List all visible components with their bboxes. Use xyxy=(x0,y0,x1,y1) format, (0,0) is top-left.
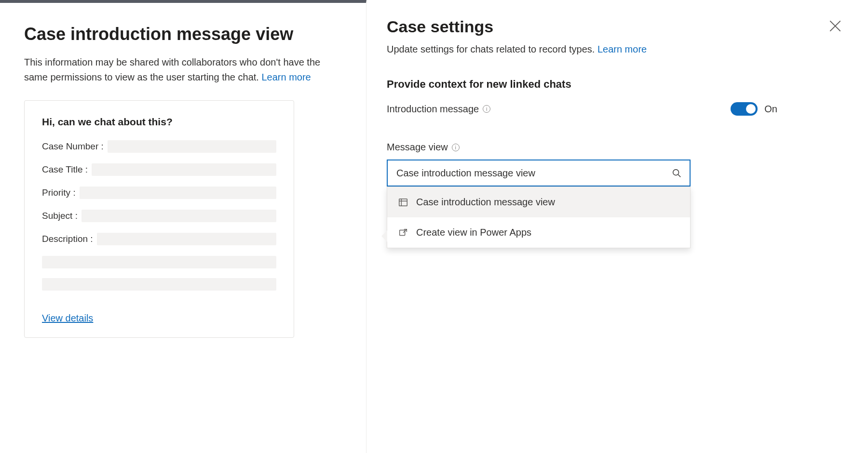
skeleton-placeholder xyxy=(80,187,276,199)
skeleton-placeholder xyxy=(42,278,276,291)
svg-rect-4 xyxy=(399,199,407,206)
view-details-link[interactable]: View details xyxy=(42,313,93,324)
intro-label-text: Introduction message xyxy=(387,104,479,115)
learn-more-link[interactable]: Learn more xyxy=(261,72,311,82)
info-icon[interactable]: i xyxy=(452,144,460,151)
message-view-label: Message view i xyxy=(387,142,844,153)
option-case-introduction-view[interactable]: Case introduction message view xyxy=(387,187,690,217)
preview-field-case-number: Case Number : xyxy=(42,140,276,153)
toggle-group: On xyxy=(731,102,777,116)
learn-more-link[interactable]: Learn more xyxy=(597,44,647,54)
option-create-view-power-apps[interactable]: Create view in Power Apps xyxy=(387,217,690,248)
info-icon[interactable]: i xyxy=(483,105,490,113)
option-label: Create view in Power Apps xyxy=(416,227,531,238)
open-external-icon xyxy=(398,227,408,238)
introduction-message-label: Introduction message i xyxy=(387,104,490,115)
field-label: Case Title : xyxy=(42,164,88,175)
message-preview-card: Hi, can we chat about this? Case Number … xyxy=(24,100,294,338)
preview-field-priority: Priority : xyxy=(42,187,276,199)
close-icon[interactable] xyxy=(827,18,843,34)
dropdown-pointer xyxy=(381,230,387,242)
preview-field-description: Description : xyxy=(42,233,276,245)
preview-field-subject: Subject : xyxy=(42,210,276,222)
settings-panel: Case settings Update settings for chats … xyxy=(366,0,868,453)
svg-rect-7 xyxy=(400,230,405,235)
toggle-state-text: On xyxy=(764,104,777,115)
svg-line-3 xyxy=(678,174,680,177)
toggle-knob xyxy=(746,104,756,114)
preview-panel: Case introduction message view This info… xyxy=(0,0,366,453)
svg-point-2 xyxy=(673,170,679,175)
search-icon xyxy=(671,168,682,178)
field-label: Subject : xyxy=(42,211,78,221)
skeleton-placeholder xyxy=(97,233,276,245)
message-view-combobox: Case introduction message view Case intr… xyxy=(387,160,691,187)
introduction-message-toggle[interactable] xyxy=(731,102,758,116)
skeleton-placeholder xyxy=(81,210,276,222)
skeleton-placeholder xyxy=(108,140,276,153)
combobox-value: Case introduction message view xyxy=(396,168,671,179)
field-label: Case Number : xyxy=(42,141,104,152)
preview-panel-title: Case introduction message view xyxy=(24,24,342,44)
message-view-label-text: Message view xyxy=(387,142,448,153)
settings-title: Case settings xyxy=(387,17,844,36)
field-label: Description : xyxy=(42,234,93,244)
settings-desc-text: Update settings for chats related to rec… xyxy=(387,44,597,54)
skeleton-placeholder xyxy=(92,163,276,176)
combobox-input[interactable]: Case introduction message view xyxy=(387,160,691,187)
preview-field-case-title: Case Title : xyxy=(42,163,276,176)
introduction-message-row: Introduction message i On xyxy=(387,102,777,116)
field-label: Priority : xyxy=(42,187,76,198)
combobox-dropdown: Case introduction message view Create vi… xyxy=(387,187,691,248)
section-heading: Provide context for new linked chats xyxy=(387,78,844,91)
option-label: Case introduction message view xyxy=(416,197,555,208)
preview-panel-description: This information may be shared with coll… xyxy=(24,55,342,85)
skeleton-placeholder xyxy=(42,256,276,268)
settings-description: Update settings for chats related to rec… xyxy=(387,44,844,55)
view-icon xyxy=(398,197,408,208)
preview-greeting: Hi, can we chat about this? xyxy=(42,116,276,128)
